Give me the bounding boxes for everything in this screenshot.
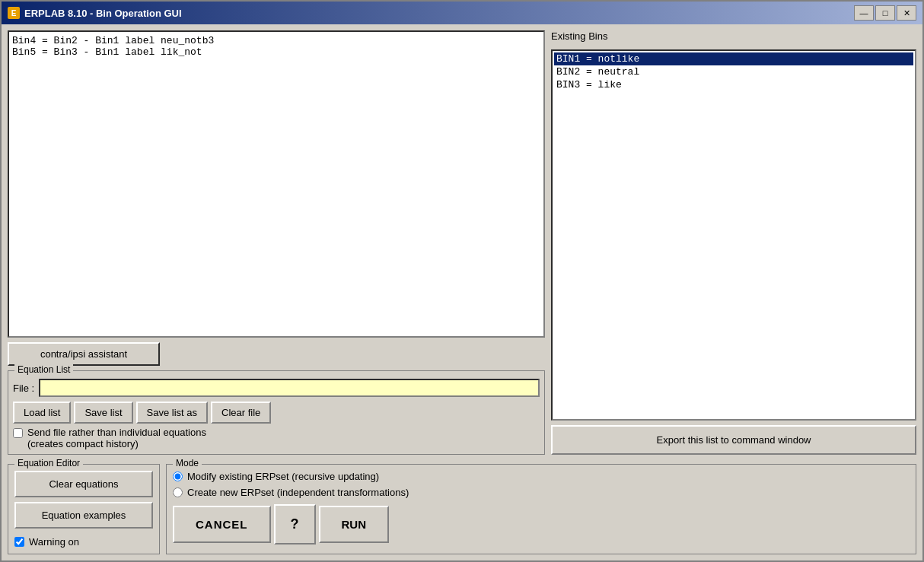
clear-file-button[interactable]: Clear file	[211, 402, 271, 424]
file-input[interactable]	[39, 379, 540, 397]
right-panel: Existing Bins BIN1 = notlike BIN2 = neut…	[551, 30, 916, 455]
equation-editor-label: Equation Editor	[14, 458, 83, 468]
equation-list-label: Equation List	[14, 364, 73, 375]
mode-group: Mode Modify existing ERPset (recursive u…	[166, 464, 916, 554]
maximize-button[interactable]: □	[875, 5, 895, 21]
title-bar-left: E ERPLAB 8.10 - Bin Operation GUI	[8, 7, 182, 19]
mode-option-2-row: Create new ERPset (independent transform…	[173, 487, 910, 498]
app-icon: E	[8, 7, 20, 19]
cancel-button[interactable]: CANCEL	[173, 506, 271, 543]
mode-option-1-label: Modify existing ERPset (recursive updati…	[187, 471, 379, 482]
mode-option-1-row: Modify existing ERPset (recursive updati…	[173, 471, 910, 482]
equation-list-group: Equation List File : Load list Save list…	[8, 370, 545, 455]
file-label: File :	[13, 383, 34, 394]
main-content: Bin4 = Bin2 - Bin1 label neu_notb3 Bin5 …	[2, 24, 922, 461]
send-file-row: Send file rather than individual equatio…	[13, 427, 540, 449]
bin-item[interactable]: BIN2 = neutral	[554, 65, 913, 78]
bin-item[interactable]: BIN1 = notlike	[554, 52, 913, 65]
send-file-checkbox[interactable]	[13, 428, 23, 438]
window-title: ERPLAB 8.10 - Bin Operation GUI	[24, 8, 182, 19]
close-button[interactable]: ✕	[897, 5, 916, 21]
mode-option-2-label: Create new ERPset (independent transform…	[187, 487, 409, 498]
clear-equations-button[interactable]: Clear equations	[14, 471, 153, 497]
warning-checkbox[interactable]	[14, 537, 24, 547]
equation-examples-button[interactable]: Equation examples	[14, 502, 153, 529]
bin-item[interactable]: BIN3 = like	[554, 78, 913, 91]
mode-label: Mode	[173, 458, 202, 468]
warning-label: Warning on	[29, 536, 79, 548]
warning-row: Warning on	[14, 536, 153, 548]
run-button[interactable]: RUN	[319, 506, 390, 543]
mode-radio-1[interactable]	[173, 472, 183, 481]
load-list-button[interactable]: Load list	[13, 402, 71, 424]
title-bar-controls: — □ ✕	[854, 5, 916, 21]
main-window: E ERPLAB 8.10 - Bin Operation GUI — □ ✕ …	[0, 0, 924, 562]
action-buttons: CANCEL ? RUN	[173, 504, 910, 545]
contra-button[interactable]: contra/ipsi assistant	[8, 342, 160, 366]
equation-list-buttons: Load list Save list Save list as Clear f…	[13, 402, 540, 424]
file-row: File :	[13, 379, 540, 397]
equation-editor-group: Equation Editor Clear equations Equation…	[8, 464, 160, 554]
save-list-button[interactable]: Save list	[74, 402, 132, 424]
bins-list[interactable]: BIN1 = notlike BIN2 = neutral BIN3 = lik…	[551, 49, 916, 421]
bottom-row: Equation Editor Clear equations Equation…	[2, 461, 922, 560]
left-panel: Bin4 = Bin2 - Bin1 label neu_notb3 Bin5 …	[8, 30, 545, 455]
existing-bins-label: Existing Bins	[551, 30, 916, 42]
title-bar: E ERPLAB 8.10 - Bin Operation GUI — □ ✕	[2, 2, 922, 24]
minimize-button[interactable]: —	[854, 5, 874, 21]
save-list-as-button[interactable]: Save list as	[136, 402, 208, 424]
export-button[interactable]: Export this list to command window	[551, 425, 916, 455]
mode-radio-2[interactable]	[173, 487, 183, 497]
equation-textarea[interactable]: Bin4 = Bin2 - Bin1 label neu_notb3 Bin5 …	[8, 30, 545, 338]
send-file-label: Send file rather than individual equatio…	[27, 427, 206, 449]
help-button[interactable]: ?	[274, 504, 316, 545]
